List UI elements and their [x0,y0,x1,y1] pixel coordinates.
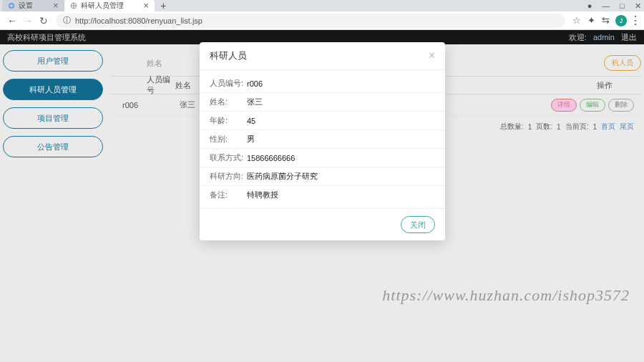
field-remark: 备注:特聘教授 [200,186,445,204]
globe-icon [70,2,77,9]
tab-title: 设置 [19,1,33,11]
svg-point-0 [9,4,14,8]
close-icon[interactable]: × [144,2,150,9]
modal-title: 科研人员 [210,49,247,62]
extension-icon[interactable]: ✦ [584,15,598,26]
browser-tab-active[interactable]: 科研人员管理 × [64,0,155,11]
url-text: http://localhost:8080/renyuan_list.jsp [75,16,203,25]
url-input[interactable]: ⓘ http://localhost:8080/renyuan_list.jsp [56,14,565,28]
watermark: https://www.huzhan.com/ishop3572 [382,286,630,305]
avatar[interactable]: J [615,15,627,26]
modal-footer: 关闭 [200,208,445,240]
kebab-menu-icon[interactable]: ⋮ [630,14,640,27]
gear-icon [8,2,15,9]
field-contact: 联系方式:15866666666 [200,149,445,167]
field-gender: 性别:男 [200,130,445,149]
close-button[interactable]: 关闭 [401,216,435,233]
record-icon: ● [587,1,592,11]
browser-tab-settings[interactable]: 设置 × [2,0,64,11]
close-window-icon[interactable]: ✕ [635,1,641,11]
maximize-icon[interactable]: □ [620,1,625,11]
back-icon[interactable]: ← [4,15,20,26]
close-icon[interactable]: × [429,49,435,62]
detail-modal: 科研人员 × 人员编号:r006 姓名:张三 年龄:45 性别:男 联系方式:1… [200,42,445,240]
modal-body: 人员编号:r006 姓名:张三 年龄:45 性别:男 联系方式:15866666… [200,70,445,208]
translate-icon[interactable]: ⇆ [598,15,613,26]
tab-title: 科研人员管理 [81,1,124,11]
star-icon[interactable]: ☆ [570,15,584,26]
field-id: 人员编号:r006 [200,74,445,93]
browser-tab-bar: 设置 × 科研人员管理 × + ● — □ ✕ [0,0,644,11]
close-icon[interactable]: × [53,2,59,9]
modal-header: 科研人员 × [200,42,445,70]
field-age: 年龄:45 [200,112,445,130]
field-name: 姓名:张三 [200,93,445,112]
reload-icon[interactable]: ↻ [36,15,52,26]
info-icon: ⓘ [63,15,71,26]
minimize-icon[interactable]: — [602,1,610,11]
field-research: 科研方向:医药病原菌分子研究 [200,167,445,186]
new-tab-button[interactable]: + [155,0,172,11]
forward-icon[interactable]: → [20,15,36,26]
address-bar: ← → ↻ ⓘ http://localhost:8080/renyuan_li… [0,11,644,30]
